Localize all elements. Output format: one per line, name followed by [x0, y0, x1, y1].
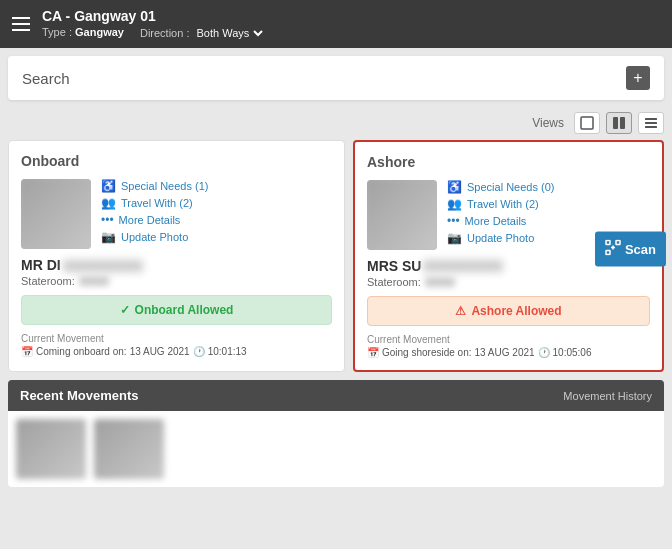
view-single-icon: [580, 116, 594, 130]
ashore-avatar: [367, 180, 437, 250]
travel-with-ashore-icon: 👥: [447, 197, 462, 211]
svg-rect-5: [645, 126, 657, 128]
view-double-icon: [612, 116, 626, 130]
movement-history-link[interactable]: Movement History: [563, 390, 652, 402]
views-row: Views: [0, 108, 672, 140]
camera-icon: 📷: [101, 230, 116, 244]
onboard-stateroom: Stateroom:: [21, 275, 332, 287]
svg-rect-2: [620, 117, 625, 129]
special-needs-icon: ♿: [101, 179, 116, 193]
camera-ashore-icon: 📷: [447, 231, 462, 245]
special-needs-ashore[interactable]: ♿ Special Needs (0): [447, 180, 650, 194]
hamburger-menu[interactable]: [12, 17, 30, 31]
svg-rect-1: [613, 117, 618, 129]
search-label: Search: [22, 70, 70, 87]
onboard-status-button[interactable]: ✓ Onboard Allowed: [21, 295, 332, 325]
ashore-card-wrapper: Ashore ♿ Special Needs (0) 👥 Travel With…: [353, 140, 664, 372]
warning-icon: ⚠: [455, 304, 466, 318]
svg-rect-0: [581, 117, 593, 129]
svg-rect-6: [606, 241, 610, 245]
type-label: Type : Gangway: [42, 26, 124, 40]
app-title: CA - Gangway 01: [42, 8, 660, 24]
special-needs-onboard[interactable]: ♿ Special Needs (1): [101, 179, 332, 193]
recent-movements-header: Recent Movements Movement History: [8, 380, 664, 411]
update-photo-onboard[interactable]: 📷 Update Photo: [101, 230, 332, 244]
onboard-details: ♿ Special Needs (1) 👥 Travel With (2) ••…: [101, 179, 332, 249]
cards-container: Onboard ♿ Special Needs (1) 👥 Travel Wit…: [0, 140, 672, 372]
search-add-button[interactable]: +: [626, 66, 650, 90]
travel-with-icon: 👥: [101, 196, 116, 210]
ashore-stateroom: Stateroom:: [367, 276, 650, 288]
view-single-button[interactable]: [574, 112, 600, 134]
clock-icon: 🕐: [193, 346, 205, 357]
onboard-avatar: [21, 179, 91, 249]
onboard-movement-text: 📅 Coming onboard on: 13 AUG 2021 🕐 10:01…: [21, 346, 332, 357]
travel-with-onboard[interactable]: 👥 Travel With (2): [101, 196, 332, 210]
ashore-movement-text: 📅 Going shoreside on: 13 AUG 2021 🕐 10:0…: [367, 347, 650, 358]
recent-title: Recent Movements: [20, 388, 138, 403]
header-info: CA - Gangway 01 Type : Gangway Direction…: [42, 8, 660, 40]
svg-rect-4: [645, 122, 657, 124]
direction-label: Direction : Both Ways Onboard Ashore: [140, 26, 266, 40]
view-double-button[interactable]: [606, 112, 632, 134]
recent-thumb-1[interactable]: [16, 419, 86, 479]
onboard-card-body: ♿ Special Needs (1) 👥 Travel With (2) ••…: [21, 179, 332, 249]
clock-ashore-icon: 🕐: [538, 347, 550, 358]
scan-icon: [605, 240, 621, 259]
app-header: CA - Gangway 01 Type : Gangway Direction…: [0, 0, 672, 48]
travel-with-ashore[interactable]: 👥 Travel With (2): [447, 197, 650, 211]
special-needs-ashore-icon: ♿: [447, 180, 462, 194]
svg-rect-7: [616, 241, 620, 245]
more-details-onboard[interactable]: ••• More Details: [101, 213, 332, 227]
checkmark-icon: ✓: [120, 303, 130, 317]
more-details-ashore-icon: •••: [447, 214, 460, 228]
header-subtitle: Type : Gangway Direction : Both Ways Onb…: [42, 26, 660, 40]
ashore-status-button[interactable]: ⚠ Ashore Allowed: [367, 296, 650, 326]
scan-button[interactable]: Scan: [595, 232, 666, 267]
ashore-card-header: Ashore: [367, 154, 650, 170]
more-details-icon: •••: [101, 213, 114, 227]
calendar-ashore-icon: 📅: [367, 347, 379, 358]
onboard-person-name: MR DI: [21, 257, 332, 273]
view-list-icon: [644, 116, 658, 130]
recent-thumb-2[interactable]: [94, 419, 164, 479]
views-label: Views: [532, 116, 564, 130]
svg-rect-8: [606, 251, 610, 255]
direction-select[interactable]: Both Ways Onboard Ashore: [193, 26, 266, 40]
calendar-icon: 📅: [21, 346, 33, 357]
more-details-ashore[interactable]: ••• More Details: [447, 214, 650, 228]
svg-rect-3: [645, 118, 657, 120]
onboard-card-header: Onboard: [21, 153, 332, 169]
search-bar: Search +: [8, 56, 664, 100]
onboard-movement-label: Current Movement: [21, 333, 332, 344]
recent-thumbnails: [8, 411, 664, 487]
onboard-card: Onboard ♿ Special Needs (1) 👥 Travel Wit…: [8, 140, 345, 372]
ashore-movement-label: Current Movement: [367, 334, 650, 345]
view-list-button[interactable]: [638, 112, 664, 134]
